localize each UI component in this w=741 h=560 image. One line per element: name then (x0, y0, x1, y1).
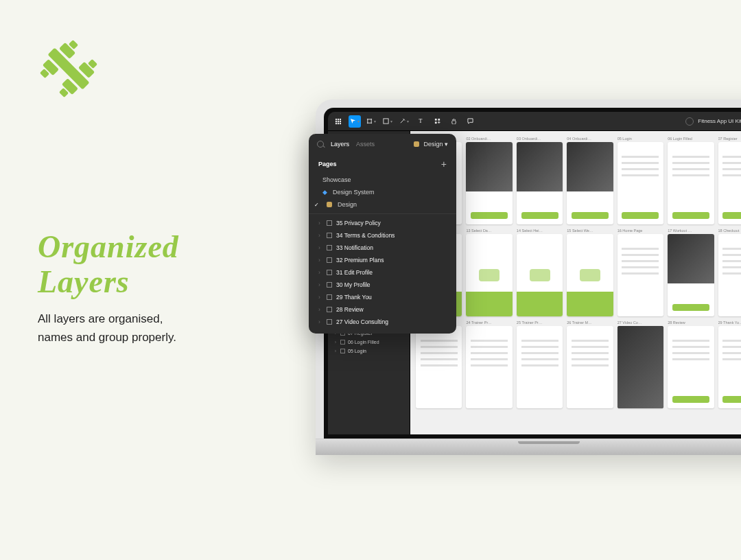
avatar-icon[interactable] (685, 117, 694, 126)
canvas-frame[interactable]: 06 Login Filled (668, 137, 714, 224)
page-row[interactable]: Showcase (309, 174, 456, 186)
canvas-frame[interactable]: 02 Onboardi… (466, 137, 512, 224)
frame-row[interactable]: ›34 Terms & Conditions (309, 229, 456, 242)
shape-tool[interactable] (381, 115, 394, 128)
svg-rect-21 (434, 121, 436, 124)
dumbbell-logo (38, 38, 99, 100)
canvas-frame[interactable]: 24 Trainer Pr… (466, 320, 512, 408)
frame-icon (327, 245, 332, 250)
project-name[interactable]: Fitness App UI Kit - DIRID ▾ (698, 118, 741, 124)
headline-subtitle: All layers are organised, names and grou… (38, 310, 179, 347)
frame-row[interactable]: ›31 Edit Profile (309, 266, 456, 279)
floating-layers-panel: Layers Assets Design ▾ Pages + Showcase◆… (309, 134, 456, 334)
frame-icon (327, 257, 332, 263)
svg-rect-19 (434, 119, 436, 121)
svg-rect-20 (438, 119, 440, 121)
canvas-frame[interactable]: 05 Login (618, 137, 663, 224)
canvas-frame[interactable]: 26 Trainer M… (567, 320, 613, 408)
tab-assets[interactable]: Assets (356, 141, 375, 148)
frame-tool[interactable] (365, 115, 377, 128)
svg-point-11 (340, 118, 341, 119)
frame-icon (327, 233, 332, 238)
canvas-frame[interactable]: 23 Top Train… (416, 320, 462, 408)
tab-design[interactable]: Design ▾ (423, 141, 448, 148)
canvas-frame[interactable]: 07 Register (718, 137, 741, 224)
page-row[interactable]: ◆Design System (309, 186, 456, 198)
canvas-frame[interactable]: 18 Checkout (718, 229, 741, 316)
layer-row[interactable]: ›05 Login (328, 347, 410, 355)
figma-toolbar: T Fitness App UI Kit - DIRID ▾ (328, 112, 741, 131)
hand-tool[interactable] (447, 115, 460, 128)
svg-point-16 (338, 122, 339, 124)
diamond-icon: ◆ (322, 189, 327, 196)
svg-point-15 (336, 122, 337, 124)
canvas-frame[interactable]: 27 Video Co… (618, 320, 663, 408)
pages-header: Pages + (309, 153, 456, 174)
frame-icon (340, 340, 345, 345)
svg-point-9 (336, 118, 337, 119)
comment-tool[interactable] (464, 115, 476, 128)
add-page-icon[interactable]: + (441, 159, 447, 170)
svg-point-12 (336, 120, 337, 121)
frame-icon (327, 270, 332, 275)
canvas-frame[interactable]: 15 Select We… (567, 229, 613, 316)
canvas-frame[interactable]: 28 Review (668, 320, 714, 408)
canvas-frame[interactable]: 16 Home Page (618, 229, 663, 316)
canvas-frame[interactable]: 14 Select Hei… (517, 229, 563, 316)
search-icon[interactable] (317, 141, 324, 148)
canvas-frame[interactable]: 29 Thank Yo… (718, 320, 741, 408)
laptop-base (316, 439, 741, 455)
pen-tool[interactable] (398, 115, 410, 128)
page-row[interactable]: Design (309, 198, 456, 211)
layer-row[interactable]: ›06 Login Filled (328, 338, 410, 347)
figma-canvas[interactable]: 01 Splash Sc…⤢02 Onboardi…03 Onboardi…04… (410, 131, 741, 434)
frame-row[interactable]: ›29 Thank You (309, 291, 456, 303)
frame-row[interactable]: ›35 Privacy Policy (309, 217, 456, 229)
svg-rect-18 (384, 119, 388, 124)
canvas-frame[interactable]: 25 Trainer Pr… (517, 320, 563, 408)
canvas-frame[interactable]: 13 Select Da… (466, 229, 512, 316)
canvas-frame[interactable]: 04 Onboardi… (567, 137, 613, 224)
canvas-frame[interactable]: 03 Onboardi… (517, 137, 563, 224)
frame-icon (327, 220, 332, 226)
frame-row[interactable]: ›30 My Profile (309, 279, 456, 291)
headline-block: Organized Layers All layers are organise… (38, 230, 179, 347)
svg-point-10 (338, 118, 339, 119)
resources-tool[interactable] (431, 115, 443, 128)
frame-icon (327, 294, 332, 300)
move-tool[interactable] (349, 115, 361, 128)
frame-row[interactable]: ›33 Notification (309, 242, 456, 254)
svg-point-13 (338, 120, 339, 121)
svg-point-14 (340, 120, 341, 121)
frame-icon (327, 319, 332, 325)
headline-title: Organized Layers (38, 230, 179, 299)
frame-row[interactable]: ›32 Premium Plans (309, 254, 456, 266)
palette-icon (327, 202, 332, 207)
svg-point-17 (340, 122, 341, 124)
frame-icon (327, 282, 332, 288)
frame-icon (327, 307, 332, 312)
canvas-frame[interactable]: 17 Workout … (668, 229, 714, 316)
frame-row[interactable]: ›28 Review (309, 303, 456, 316)
tab-layers[interactable]: Layers (331, 141, 349, 148)
frame-icon (340, 349, 345, 353)
text-tool[interactable]: T (414, 115, 427, 128)
figma-menu-icon[interactable] (332, 115, 344, 128)
frame-row[interactable]: ›27 Video Consulting (309, 316, 456, 328)
dumbbell-icon (38, 38, 99, 100)
palette-icon (414, 141, 419, 147)
